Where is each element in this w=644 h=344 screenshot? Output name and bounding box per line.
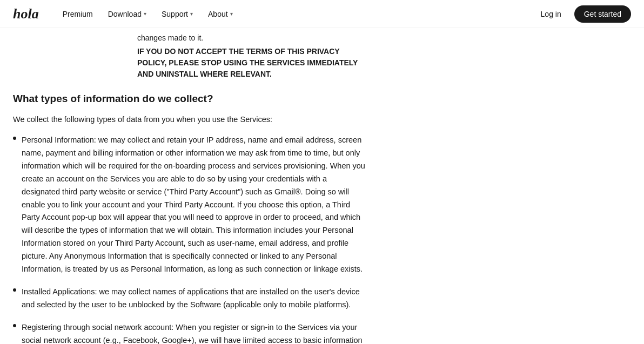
intro-paragraph: We collect the following types of data f… — [13, 113, 365, 126]
bullet-content-0: Personal Information: we may collect and… — [22, 134, 365, 276]
support-chevron-icon: ▾ — [190, 11, 193, 17]
warning-line1: changes made to it. — [13, 28, 365, 44]
nav-links: Premium Download ▾ Support ▾ About ▾ — [56, 6, 536, 22]
navbar-right: Log in Get started — [536, 5, 631, 23]
bullet-content-1: Installed Applications: we may collect n… — [22, 286, 365, 312]
main-content: changes made to it. IF YOU DO NOT ACCEPT… — [0, 28, 378, 344]
nav-item-premium[interactable]: Premium — [56, 6, 99, 22]
download-chevron-icon: ▾ — [144, 11, 146, 17]
warning-line2: IF YOU DO NOT ACCEPT THE TERMS OF THIS P… — [13, 45, 365, 89]
bullet-list: Personal Information: we may collect and… — [13, 134, 365, 344]
nav-item-support[interactable]: Support ▾ — [155, 6, 199, 22]
login-button[interactable]: Log in — [536, 6, 566, 22]
get-started-button[interactable]: Get started — [574, 5, 631, 23]
list-item: Installed Applications: we may collect n… — [13, 286, 365, 312]
bullet-content-2: Registering through social network accou… — [22, 321, 365, 344]
bullet-dot — [13, 137, 16, 140]
about-chevron-icon: ▾ — [230, 11, 233, 17]
bullet-dot — [13, 324, 16, 327]
list-item: Personal Information: we may collect and… — [13, 134, 365, 276]
logo[interactable]: hola — [13, 6, 39, 22]
bullet-dot — [13, 288, 16, 292]
section-heading: What types of information do we collect? — [13, 93, 365, 105]
navbar: hola Premium Download ▾ Support ▾ About … — [0, 0, 644, 28]
list-item: Registering through social network accou… — [13, 321, 365, 344]
nav-item-about[interactable]: About ▾ — [202, 6, 239, 22]
nav-item-download[interactable]: Download ▾ — [102, 6, 153, 22]
